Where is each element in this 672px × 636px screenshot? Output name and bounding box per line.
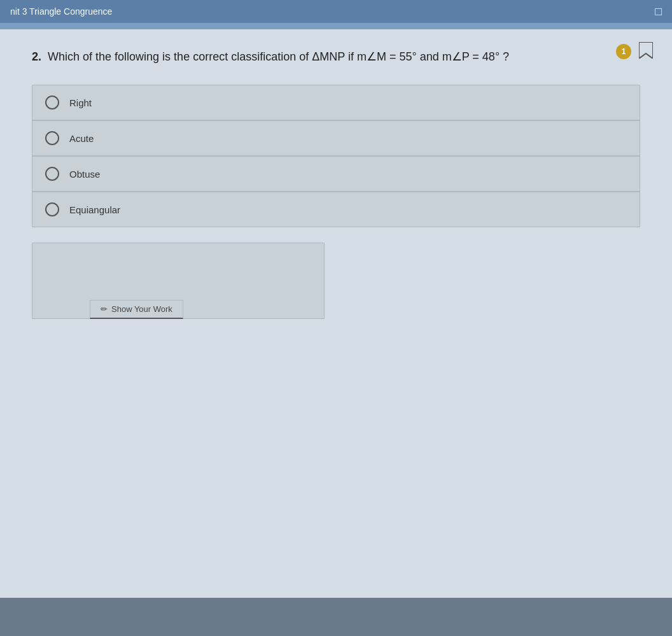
pencil-icon: ✏ (101, 304, 108, 314)
option-obtuse[interactable]: Obtuse (32, 156, 640, 192)
footer-bar (0, 598, 672, 636)
main-content: 1 2. Which of the following is the corre… (0, 29, 672, 598)
option-acute[interactable]: Acute (32, 120, 640, 156)
option-equiangular[interactable]: Equiangular (32, 192, 640, 227)
option-obtuse-label: Obtuse (69, 169, 100, 180)
radio-acute[interactable] (45, 131, 59, 145)
header-bar: nit 3 Triangle Congruence □ (0, 0, 672, 23)
radio-equiangular[interactable] (45, 202, 59, 216)
radio-obtuse[interactable] (45, 167, 59, 181)
top-right-icons: 1 (616, 42, 653, 61)
accent-bar (0, 23, 672, 29)
bookmark-button[interactable] (639, 42, 653, 61)
option-equiangular-label: Equiangular (69, 204, 120, 215)
svg-marker-0 (639, 42, 653, 59)
header-icons: □ (655, 5, 662, 18)
question-number: 2. (32, 50, 41, 63)
pin-icon[interactable]: □ (655, 5, 662, 18)
bookmark-icon (639, 42, 653, 59)
option-right[interactable]: Right (32, 85, 640, 120)
number-badge[interactable]: 1 (616, 44, 631, 59)
question-text: Which of the following is the correct cl… (45, 50, 509, 63)
radio-right[interactable] (45, 95, 59, 110)
options-container: Right Acute Obtuse Equiangular (32, 85, 640, 227)
work-box: ✏ Show Your Work (32, 243, 325, 319)
show-work-label: Show Your Work (111, 304, 172, 314)
option-acute-label: Acute (69, 133, 94, 144)
show-work-tab[interactable]: ✏ Show Your Work (90, 300, 183, 319)
question-container: 2. Which of the following is the correct… (32, 48, 640, 66)
header-title: nit 3 Triangle Congruence (10, 6, 112, 17)
option-right-label: Right (69, 97, 92, 108)
